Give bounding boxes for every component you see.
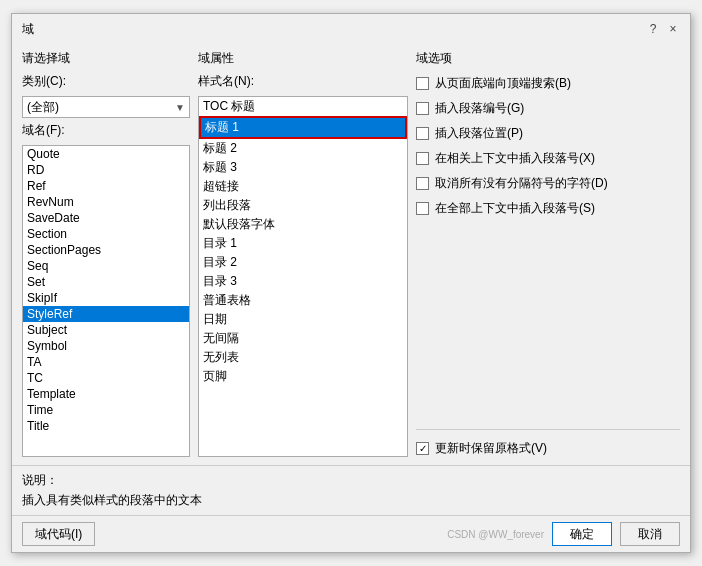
checkbox-box[interactable] xyxy=(416,152,429,165)
list-item[interactable]: Section xyxy=(23,226,189,242)
style-item[interactable]: 日期 xyxy=(199,310,407,329)
list-item[interactable]: SaveDate xyxy=(23,210,189,226)
style-item[interactable]: 无间隔 xyxy=(199,329,407,348)
list-item[interactable]: Time xyxy=(23,402,189,418)
field-properties-title: 域属性 xyxy=(198,50,408,67)
style-item[interactable]: 标题 2 xyxy=(199,139,407,158)
checkbox-item[interactable]: 在全部上下文中插入段落号(S) xyxy=(416,200,680,217)
title-bar: 域 ? × xyxy=(12,14,690,42)
style-item[interactable]: TOC 标题 xyxy=(199,97,407,116)
style-item[interactable]: 页脚 xyxy=(199,367,407,386)
list-item[interactable]: StyleRef xyxy=(23,306,189,322)
style-item[interactable]: 超链接 xyxy=(199,177,407,196)
style-item[interactable]: 列出段落 xyxy=(199,196,407,215)
checkbox-label: 在全部上下文中插入段落号(S) xyxy=(435,200,595,217)
list-item[interactable]: Set xyxy=(23,274,189,290)
checkbox-box[interactable] xyxy=(416,102,429,115)
checkbox-label: 插入段落位置(P) xyxy=(435,125,523,142)
list-item[interactable]: Template xyxy=(23,386,189,402)
list-item[interactable]: SectionPages xyxy=(23,242,189,258)
dialog-body: 请选择域 类别(C): (全部) ▼ 域名(F): QuoteRDRefRevN… xyxy=(12,42,690,465)
left-panel-title: 请选择域 xyxy=(22,50,190,67)
description-title: 说明： xyxy=(22,472,680,489)
description-panel: 说明： 插入具有类似样式的段落中的文本 xyxy=(12,465,690,515)
checkbox-label: 在相关上下文中插入段落号(X) xyxy=(435,150,595,167)
style-item[interactable]: 目录 3 xyxy=(199,272,407,291)
checkbox-box[interactable] xyxy=(416,127,429,140)
style-item[interactable]: 普通表格 xyxy=(199,291,407,310)
help-button[interactable]: ? xyxy=(644,20,662,38)
checkbox-item[interactable]: 插入段落位置(P) xyxy=(416,125,680,142)
checkbox-box[interactable] xyxy=(416,202,429,215)
category-select[interactable]: (全部) ▼ xyxy=(22,96,190,118)
left-panel: 请选择域 类别(C): (全部) ▼ 域名(F): QuoteRDRefRevN… xyxy=(22,50,190,457)
list-item[interactable]: SkipIf xyxy=(23,290,189,306)
list-item[interactable]: RevNum xyxy=(23,194,189,210)
checkbox-item[interactable]: 取消所有没有分隔符号的字符(D) xyxy=(416,175,680,192)
style-item[interactable]: 目录 1 xyxy=(199,234,407,253)
cancel-button[interactable]: 取消 xyxy=(620,522,680,546)
field-code-button[interactable]: 域代码(I) xyxy=(22,522,95,546)
checkbox-label: 取消所有没有分隔符号的字符(D) xyxy=(435,175,608,192)
checkbox-box[interactable] xyxy=(416,77,429,90)
list-item[interactable]: Ref xyxy=(23,178,189,194)
style-item[interactable]: 标题 1 xyxy=(199,116,407,139)
style-item[interactable]: 目录 2 xyxy=(199,253,407,272)
checkbox-item[interactable]: 插入段落编号(G) xyxy=(416,100,680,117)
checkbox-group: 从页面底端向顶端搜索(B)插入段落编号(G)插入段落位置(P)在相关上下文中插入… xyxy=(416,75,680,419)
field-options-title: 域选项 xyxy=(416,50,680,67)
checkbox-box[interactable] xyxy=(416,177,429,190)
list-item[interactable]: Seq xyxy=(23,258,189,274)
title-bar-controls: ? × xyxy=(644,20,682,38)
dialog-title: 域 xyxy=(22,21,34,38)
description-text: 插入具有类似样式的段落中的文本 xyxy=(22,492,680,509)
category-value: (全部) xyxy=(27,99,59,116)
close-button[interactable]: × xyxy=(664,20,682,38)
right-panel: 域选项 从页面底端向顶端搜索(B)插入段落编号(G)插入段落位置(P)在相关上下… xyxy=(416,50,680,457)
field-name-label: 域名(F): xyxy=(22,122,190,139)
style-name-list[interactable]: TOC 标题标题 1标题 2标题 3超链接列出段落默认段落字体目录 1目录 2目… xyxy=(198,96,408,457)
watermark: CSDN @WW_forever xyxy=(447,527,544,542)
category-label: 类别(C): xyxy=(22,73,190,90)
list-item[interactable]: RD xyxy=(23,162,189,178)
style-item[interactable]: 标题 3 xyxy=(199,158,407,177)
middle-panel: 域属性 样式名(N): TOC 标题标题 1标题 2标题 3超链接列出段落默认段… xyxy=(198,50,408,457)
checkbox-label: 插入段落编号(G) xyxy=(435,100,524,117)
checkbox-label: 从页面底端向顶端搜索(B) xyxy=(435,75,571,92)
list-item[interactable]: Quote xyxy=(23,146,189,162)
dialog: 域 ? × 请选择域 类别(C): (全部) ▼ 域名(F): QuoteRDR… xyxy=(11,13,691,553)
style-name-label: 样式名(N): xyxy=(198,73,408,90)
field-name-list[interactable]: QuoteRDRefRevNumSaveDateSectionSectionPa… xyxy=(22,145,190,457)
list-item[interactable]: Subject xyxy=(23,322,189,338)
preserve-format-item[interactable]: 更新时保留原格式(V) xyxy=(416,440,680,457)
dropdown-arrow-icon: ▼ xyxy=(175,102,185,113)
style-item[interactable]: 默认段落字体 xyxy=(199,215,407,234)
ok-button[interactable]: 确定 xyxy=(552,522,612,546)
list-item[interactable]: Symbol xyxy=(23,338,189,354)
preserve-format-checkbox[interactable] xyxy=(416,442,429,455)
checkbox-item[interactable]: 从页面底端向顶端搜索(B) xyxy=(416,75,680,92)
separator xyxy=(416,429,680,430)
bottom-bar: 域代码(I) CSDN @WW_forever 确定 取消 xyxy=(12,515,690,552)
list-item[interactable]: TA xyxy=(23,354,189,370)
list-item[interactable]: TC xyxy=(23,370,189,386)
checkbox-item[interactable]: 在相关上下文中插入段落号(X) xyxy=(416,150,680,167)
list-item[interactable]: Title xyxy=(23,418,189,434)
preserve-format-label: 更新时保留原格式(V) xyxy=(435,440,547,457)
style-item[interactable]: 无列表 xyxy=(199,348,407,367)
